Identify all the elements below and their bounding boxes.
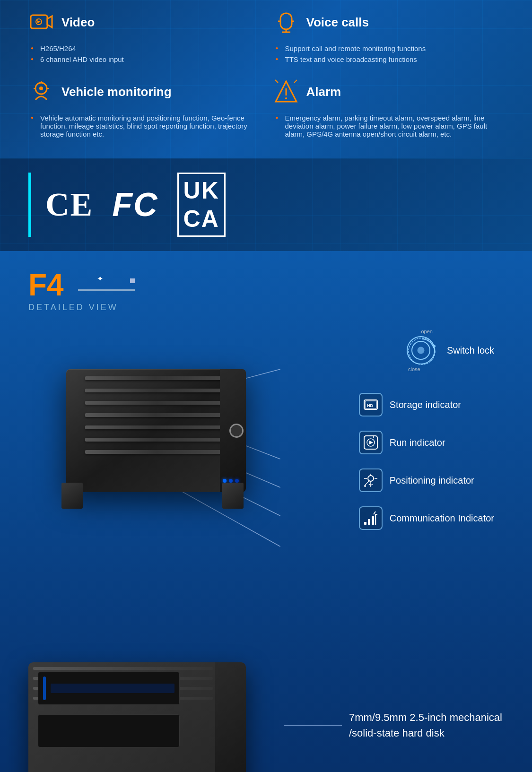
- svg-line-44: [374, 512, 375, 514]
- hd-slot-2: [38, 714, 180, 747]
- rib-1: [85, 376, 227, 380]
- rib-7: [85, 450, 227, 454]
- switch-lock-icon-container: open close: [407, 336, 435, 364]
- f4-section: F4 ✦ DETAILED VIEW: [0, 251, 532, 639]
- video-bullet-1: H265/H264: [31, 43, 259, 54]
- video-title: Video: [61, 15, 95, 30]
- feature-video-header: Video: [28, 9, 259, 35]
- feature-alarm: Alarm Emergency alarm, parking timeout a…: [273, 79, 504, 139]
- svg-point-33: [368, 476, 374, 481]
- svg-point-9: [39, 87, 43, 90]
- harddisk-image-area: [28, 662, 265, 772]
- ukca-logo: UKCA: [177, 173, 226, 237]
- f4-subtitle: DETAILED VIEW: [28, 303, 504, 312]
- svg-marker-1: [47, 16, 52, 27]
- device-image: [66, 355, 265, 516]
- led-2: [229, 479, 233, 483]
- close-text: close: [408, 366, 420, 372]
- alarm-bullets: Emergency alarm, parking timeout alarm, …: [273, 113, 504, 139]
- rib-5: [85, 425, 227, 429]
- alarm-icon: [273, 79, 299, 105]
- vehicle-icon: [28, 79, 54, 105]
- svg-line-38: [365, 481, 369, 485]
- leds: [223, 479, 239, 483]
- switch-lock-icon: [407, 336, 435, 364]
- svg-rect-42: [372, 516, 374, 525]
- switch-lock-row: open close Switch lock: [407, 336, 494, 364]
- rib-6: [85, 438, 227, 442]
- vehicle-bullets: Vehicle automatic monitoring and positio…: [28, 113, 259, 139]
- run-indicator-label: Run indicator: [390, 437, 445, 448]
- mount-left: [61, 483, 83, 509]
- feature-alarm-header: Alarm: [273, 79, 504, 105]
- detailed-view: open close Switch lock: [28, 327, 504, 610]
- video-bullet-2: 6 channel AHD video input: [31, 54, 259, 65]
- harddisk-container: 7mm/9.5mm 2.5-inch mechanical /solid-sta…: [28, 662, 504, 772]
- cert-section: CE FC UKCA: [0, 158, 532, 251]
- feature-vehicle-header: Vehicle monitoring: [28, 79, 259, 105]
- f4-title: F4: [28, 270, 64, 300]
- feature-voice: Voice calls Support call and remote moni…: [273, 9, 504, 65]
- open-text: open: [421, 329, 432, 334]
- led-3: [235, 479, 239, 483]
- vehicle-title: Vehicle monitoring: [61, 85, 172, 99]
- voice-bullets: Support call and remote monitoring funct…: [273, 43, 504, 65]
- storage-indicator-row: HD Storage indicator: [359, 393, 494, 416]
- svg-line-16: [275, 80, 278, 83]
- storage-indicator-label: Storage indicator: [390, 399, 461, 410]
- communication-indicator-label: Communication Indicator: [390, 513, 494, 524]
- cert-bar: CE FC UKCA: [28, 173, 504, 237]
- storage-indicator-icon: HD: [359, 393, 383, 416]
- harddisk-label-text: 7mm/9.5mm 2.5-inch mechanical /solid-sta…: [349, 710, 504, 741]
- features-section: Video H265/H264 6 channel AHD video inpu…: [0, 0, 532, 158]
- alarm-title: Alarm: [306, 85, 341, 99]
- positioning-indicator-row: Positioning indicator: [359, 468, 494, 492]
- indicators-column: HD Storage indicator Run indicator: [359, 393, 494, 530]
- alarm-bullet-1: Emergency alarm, parking timeout alarm, …: [276, 113, 504, 139]
- rib-2: [85, 389, 227, 392]
- features-grid: Video H265/H264 6 channel AHD video inpu…: [28, 9, 504, 139]
- svg-marker-3: [37, 20, 41, 23]
- hd-slot-1: [38, 672, 180, 705]
- feature-video: Video H265/H264 6 channel AHD video inpu…: [28, 9, 259, 65]
- voice-bullet-2: TTS text and voice broadcasting function…: [276, 54, 504, 65]
- svg-line-17: [294, 80, 297, 83]
- svg-point-15: [285, 97, 287, 99]
- ce-logo: CE: [45, 186, 93, 224]
- harddisk-label: 7mm/9.5mm 2.5-inch mechanical /solid-sta…: [284, 662, 504, 741]
- svg-text:HD: HD: [367, 403, 373, 408]
- svg-rect-40: [364, 522, 366, 525]
- lock-circle: [229, 424, 244, 438]
- positioning-indicator-icon: [359, 468, 383, 492]
- device-body: [66, 369, 246, 492]
- fcc-logo: FC: [112, 186, 158, 224]
- run-indicator-icon: [359, 431, 383, 454]
- svg-rect-41: [368, 519, 370, 525]
- mount-right: [222, 483, 244, 509]
- harddisk-section: 7mm/9.5mm 2.5-inch mechanical /solid-sta…: [0, 639, 532, 772]
- vehicle-bullet-1: Vehicle automatic monitoring and positio…: [31, 113, 259, 139]
- voice-title: Voice calls: [306, 15, 369, 30]
- feature-vehicle: Vehicle monitoring Vehicle automatic mon…: [28, 79, 259, 139]
- positioning-indicator-label: Positioning indicator: [390, 475, 474, 486]
- feature-voice-header: Voice calls: [273, 9, 504, 35]
- led-1: [223, 479, 227, 483]
- communication-indicator-row: Communication Indicator: [359, 506, 494, 530]
- harddisk-device: [28, 662, 246, 772]
- rib-3: [85, 401, 227, 405]
- voice-icon: [273, 9, 299, 35]
- switch-lock-text: Switch lock: [447, 345, 494, 356]
- video-icon: [28, 9, 54, 35]
- video-bullets: H265/H264 6 channel AHD video input: [28, 43, 259, 65]
- device-ribs: [85, 376, 227, 461]
- svg-point-24: [409, 338, 435, 364]
- rib-4: [85, 413, 227, 417]
- run-indicator-row: Run indicator: [359, 431, 494, 454]
- communication-indicator-icon: [359, 506, 383, 530]
- svg-marker-31: [369, 441, 373, 444]
- voice-bullet-1: Support call and remote monitoring funct…: [276, 43, 504, 54]
- svg-point-39: [364, 485, 366, 487]
